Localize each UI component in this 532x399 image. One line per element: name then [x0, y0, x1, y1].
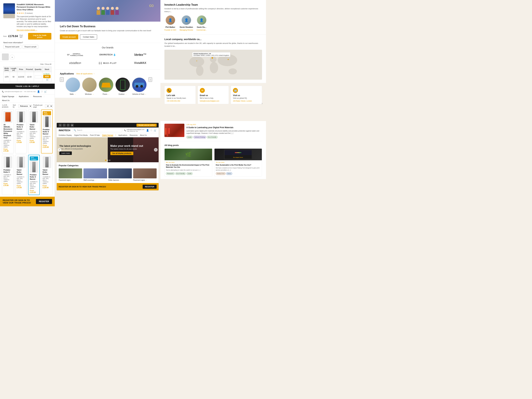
- tag-solvent-printing[interactable]: Solvent Printing: [193, 136, 206, 139]
- slider-prev-button[interactable]: ‹: [58, 148, 61, 152]
- see-more-link[interactable]: See more product details →: [17, 29, 51, 31]
- featured-article-title[interactable]: A Guide to Laminating your Digital Print…: [186, 126, 262, 129]
- menu-point-of-sale[interactable]: Point Of Sale: [90, 134, 100, 136]
- blog-card-desc-2: We have created an Eco Impact Rating Too…: [216, 167, 261, 171]
- register-button[interactable]: REGISTER: [36, 199, 52, 204]
- user-icon[interactable]: 👤: [37, 90, 40, 93]
- nav-about[interactable]: About Us: [2, 99, 9, 101]
- nav-divider-2: |: [31, 95, 31, 97]
- cat-roller-banners[interactable]: Roller banners →: [108, 168, 132, 181]
- list-header: 1 of 25 products Sort by Relevance Produ…: [2, 104, 53, 108]
- brands-section: Our brands GF GENERALFORMULATIONS ENVIRO…: [55, 43, 160, 70]
- app-floors[interactable]: Floors →: [99, 77, 114, 95]
- nav-resources[interactable]: Resources: [33, 95, 42, 97]
- eco-score-label: Eco Impact Score: [233, 157, 243, 158]
- nav-divider-3: |: [44, 95, 44, 97]
- next-image-arrow[interactable]: ›: [10, 55, 15, 60]
- mockup-register-button[interactable]: REGISTER: [143, 185, 157, 189]
- trade-login-button[interactable]: TRADE LOG IN / APPLY: [137, 124, 157, 127]
- app-walls[interactable]: Walls →: [65, 77, 80, 95]
- contact-sales-button[interactable]: Contact Sales: [80, 34, 97, 39]
- product-card-new: New Product Predator Roller II Banner Av…: [28, 155, 40, 195]
- blog-tag-research[interactable]: Research: [166, 172, 175, 175]
- wishlist-icon[interactable]: ♡: [41, 90, 43, 93]
- menu-digital-signage[interactable]: Digital Signage: [102, 134, 113, 136]
- contact-talk-link[interactable]: +44 1530-001-002: [167, 100, 194, 102]
- basket-icon[interactable]: 🛒: [44, 90, 47, 93]
- app-outdoor[interactable]: Outdoor →: [115, 77, 130, 95]
- menu-digital-print[interactable]: Digital Print Media: [74, 134, 88, 136]
- twitter-icon[interactable]: t: [63, 124, 66, 127]
- menu-exhibition[interactable]: Exhibition Display: [59, 134, 72, 136]
- dot-2[interactable]: [107, 160, 108, 161]
- show-hide-toggle[interactable]: Hide / Show All: [40, 63, 51, 65]
- contact-visit-link[interactable]: 226 Baker Street, London: [233, 100, 260, 102]
- sample-button[interactable]: Request sample: [23, 45, 38, 49]
- app-windows[interactable]: Windows →: [82, 77, 97, 95]
- blog-card-title-2[interactable]: How Sustainable is the Print Media You U…: [216, 164, 261, 166]
- product-detail: VistaMAX 3100GAE Monomeric Permanent Gre…: [0, 0, 55, 52]
- search-placeholder[interactable]: Search: [77, 129, 82, 131]
- card-image-3: [30, 111, 38, 123]
- slider-next-button[interactable]: ›: [154, 148, 158, 152]
- cat-pavement-signs-2[interactable]: Pavement signs →: [133, 168, 157, 181]
- mockup-wishlist-icon[interactable]: ♡: [150, 129, 152, 132]
- contact-phone: +44 1530 001 002: [24, 91, 36, 92]
- hero-see-products-button[interactable]: See all display products: [110, 152, 133, 155]
- get-down-title: Let's Get Down To Business: [60, 25, 155, 28]
- nav-digital-signage[interactable]: Digital Signage: [2, 95, 14, 97]
- per-page-select[interactable]: 12: [45, 104, 53, 108]
- view-all-applications[interactable]: View all applications →: [76, 73, 95, 75]
- person-1: [97, 7, 100, 15]
- team-photo: ∞: [55, 0, 160, 22]
- contact-email-link[interactable]: hello@innotechdigital.com: [200, 100, 227, 102]
- apps-prev-button[interactable]: ‹: [60, 77, 64, 82]
- add-to-cart-button[interactable]: ADD: [43, 75, 51, 78]
- dot-3[interactable]: [109, 160, 110, 161]
- thumbnail-1[interactable]: [2, 54, 9, 60]
- applications-section: Applications View all applications → ‹ W…: [55, 70, 160, 98]
- apps-next-button[interactable]: ›: [148, 77, 152, 82]
- per-page-label: Products per page: [33, 104, 44, 108]
- tag-eco-friendly[interactable]: Eco-Friendly: [207, 136, 218, 139]
- mockup-basket-icon[interactable]: 🛒: [154, 129, 157, 132]
- blog-tag-eco[interactable]: Eco-Friendly: [175, 172, 186, 175]
- instagram-icon[interactable]: ◉: [71, 124, 74, 127]
- menu-applications[interactable]: Applications: [118, 134, 127, 136]
- app-vehicles[interactable]: Vehicles & Fleet →: [132, 77, 147, 95]
- slider-dots: [105, 160, 110, 161]
- person-3: [106, 7, 110, 15]
- info-buttons: Request bulk quote Request sample: [3, 45, 51, 49]
- blog-tag-guide[interactable]: Guide: [186, 172, 193, 175]
- sort-select[interactable]: Relevance: [18, 104, 32, 108]
- menu-resources[interactable]: Resources: [130, 134, 138, 136]
- product-card: Predator Roller II Banner Available in 6…: [15, 110, 27, 153]
- facebook-icon[interactable]: f: [67, 124, 70, 127]
- bulk-quote-button[interactable]: Request bulk quote: [3, 45, 21, 49]
- price-excl-vat: Excl. VAT: [20, 34, 26, 38]
- star-rating: ★★★★ (3 reviews): [17, 12, 51, 14]
- quantity-input[interactable]: [35, 76, 41, 78]
- col-quantity: Quantity: [34, 67, 42, 72]
- login-for-trade-button[interactable]: Log in for trade prices: [28, 33, 51, 40]
- person-4: [111, 7, 114, 15]
- mockup-user-icon[interactable]: 👤: [146, 129, 149, 132]
- cart-icon[interactable]: 🛒: [46, 78, 49, 81]
- get-down-content: Let's Get Down To Business Create an acc…: [60, 25, 155, 39]
- linkedin-icon[interactable]: in: [59, 124, 62, 127]
- cat-pavement-signs[interactable]: Pavement signs →: [59, 168, 82, 181]
- cat-wall-coverings[interactable]: Wall coverings →: [83, 168, 107, 181]
- blog-tag-media[interactable]: Media Print: [216, 172, 226, 175]
- tag-guide[interactable]: Guide: [186, 136, 193, 139]
- product-list-section: 1 of 25 products Sort by Relevance Produ…: [0, 103, 55, 197]
- contact-cards: 📞 Let's talk Speak to our friendly team …: [165, 86, 262, 104]
- create-account-button[interactable]: Create account: [60, 34, 78, 39]
- dot-1[interactable]: [105, 160, 106, 161]
- blog-card-title-1[interactable]: How to Evaluate the Environmental Impact…: [166, 164, 211, 168]
- mockup-nav-user-icons: 👤 ♡ 🛒: [146, 129, 157, 132]
- menu-about[interactable]: About Us: [140, 134, 147, 136]
- nav-applications[interactable]: Applications: [19, 95, 29, 97]
- hero-learn-more-button[interactable]: Learn more: [59, 152, 72, 155]
- trade-login-bar[interactable]: TRADE LOG IN / APPLY: [0, 84, 55, 89]
- blog-tag-news[interactable]: News: [226, 172, 232, 175]
